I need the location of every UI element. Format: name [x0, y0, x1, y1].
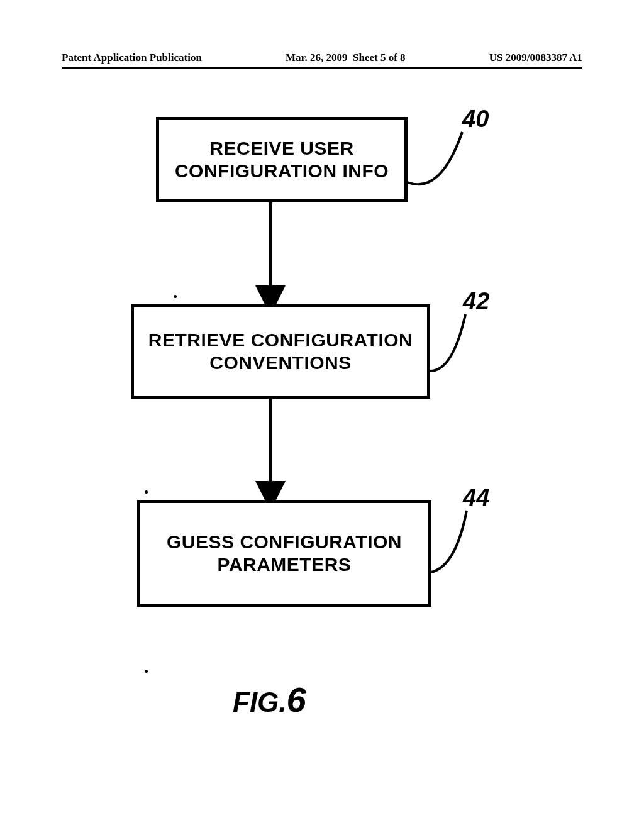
reference-numeral-42: 42	[463, 288, 489, 315]
flowchart-step-guess-config-parameters: GUESS CONFIGURATIONPARAMETERS	[137, 500, 431, 607]
step-label: RECEIVE USERCONFIGURATION INFO	[175, 137, 389, 182]
flowchart-step-retrieve-config-conventions: RETRIEVE CONFIGURATIONCONVENTIONS	[131, 304, 430, 399]
artifact-dot	[145, 670, 148, 673]
figure-number: 6	[287, 680, 306, 719]
reference-numeral-44: 44	[463, 484, 489, 511]
figure-prefix: FIG.	[233, 687, 287, 717]
step-label: GUESS CONFIGURATIONPARAMETERS	[167, 531, 402, 576]
artifact-dot	[145, 490, 148, 494]
flowchart-step-receive-user-config: RECEIVE USERCONFIGURATION INFO	[156, 117, 408, 202]
reference-numeral-40: 40	[462, 106, 489, 133]
figure-caption: FIG.6	[233, 679, 306, 720]
flowchart-diagram: RECEIVE USERCONFIGURATION INFO 40 RETRIE…	[0, 0, 644, 830]
artifact-dot	[174, 295, 177, 298]
step-label: RETRIEVE CONFIGURATIONCONVENTIONS	[148, 329, 413, 374]
